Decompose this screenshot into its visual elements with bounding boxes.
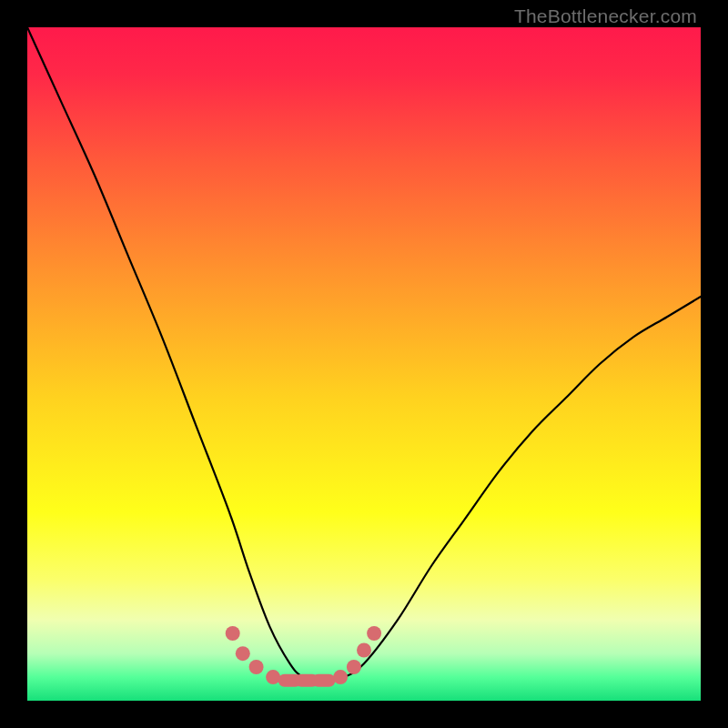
bottleneck-curve: [27, 27, 701, 681]
curve-marker: [357, 643, 371, 658]
curve-marker: [367, 626, 381, 641]
curve-marker: [236, 646, 250, 661]
curve-bottom-markers: [226, 626, 381, 687]
curve-marker: [266, 670, 280, 684]
curve-marker: [226, 626, 240, 641]
curve-marker: [312, 674, 336, 687]
chart-curve-layer: [27, 27, 701, 701]
chart-plot-area: [27, 27, 701, 701]
curve-marker: [347, 660, 361, 674]
watermark-text: TheBottlenecker.com: [514, 5, 697, 27]
curve-marker: [249, 660, 264, 674]
curve-marker: [333, 670, 348, 684]
